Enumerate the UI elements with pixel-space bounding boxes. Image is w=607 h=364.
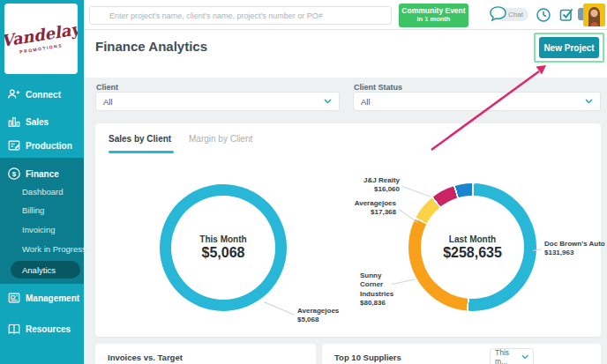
top-bar: Community Event in 1 month Chat 0 [84,0,607,30]
segment-value: $131,963 [544,249,605,257]
chat-bubble-icon[interactable] [489,5,507,22]
segment-value: $17,368 [352,208,396,217]
tab-margin-by-client[interactable]: Margin by Client [189,134,252,144]
suppliers-card-title: Top 10 Suppliers [334,353,401,362]
segment-value: $16,060 [356,185,400,194]
segment-name: Averagejoes [352,199,396,208]
book-icon [7,322,21,336]
chevron-down-icon [521,354,528,360]
sidebar-subitem-analytics-active[interactable]: Analytics [11,261,80,279]
client-filter-value: All [103,97,113,107]
sidebar-label: Production [26,141,72,151]
segment-name: Sunny Corner Industries [360,271,404,299]
svg-text:$: $ [12,170,17,178]
donut-center-value: $258,635 [443,245,502,261]
donut-center: This Month $5,068 [171,196,275,300]
community-event-button[interactable]: Community Event in 1 month [399,4,468,27]
sidebar-subitem-work-in-progress[interactable]: Work in Progress [22,244,86,254]
sidebar-item-finance[interactable]: $ Finance [0,164,84,183]
segment-label-averagejoes-this-month: Averagejoes $5,068 [297,307,339,325]
chevron-down-icon [585,99,593,104]
segment-label-jj-realty: J&J Realty $16,060 [356,176,400,195]
sidebar-label: Connect [26,90,61,100]
active-tab-underline [109,151,174,153]
sidebar-item-sales[interactable]: Sales [0,112,84,131]
sidebar-item-connect[interactable]: Connect [0,85,84,104]
sales-by-client-card: Sales by Client Margin by Client This Mo… [95,123,601,337]
donut-center-label: Last Month [449,234,496,244]
tasks-checkbox-icon[interactable] [559,7,574,22]
document-edit-icon [7,138,21,152]
sidebar-subitem-billing[interactable]: Billing [22,205,44,215]
sidebar-label: Analytics [22,265,56,275]
segment-name: Averagejoes [297,307,339,316]
event-button-line2: in 1 month [399,16,468,24]
segment-label-averagejoes-last-month: Averagejoes $17,368 [352,199,396,218]
client-filter-label: Client [96,83,118,92]
page-title: Finance Analytics [95,39,207,54]
people-icon [7,87,21,101]
this-month-donut-chart[interactable]: This Month $5,068 [160,184,287,311]
donut-center-value: $5,068 [202,245,245,261]
new-project-button[interactable]: New Project [539,37,599,58]
sidebar-subitem-invoicing[interactable]: Invoicing [22,225,56,234]
recent-activity-clock-icon[interactable] [536,7,551,23]
page-header [84,30,607,78]
bar-chart-icon [7,115,21,129]
last-month-donut-chart[interactable]: Last Month $258,635 [408,183,536,311]
sidebar-item-management[interactable]: Management [0,288,84,308]
donut-center: Last Month $258,635 [421,196,524,299]
invoices-card-title: Invoices vs. Target [108,353,183,362]
company-logo[interactable]: Vandelay PROMOTIONS [4,4,78,74]
donut-center-label: This Month [199,234,246,244]
newspaper-icon [7,291,21,305]
period-value: This m... [495,348,521,364]
sidebar-label: Resources [26,324,71,334]
sidebar-subitem-dashboard[interactable]: Dashboard [22,187,63,197]
dollar-circle-icon: $ [7,167,21,181]
suppliers-period-select[interactable]: This m... [490,348,534,364]
app-window: Vandelay PROMOTIONS Connect Sales [0,0,607,364]
tab-sales-by-client[interactable]: Sales by Client [109,134,171,144]
top-10-suppliers-card: Top 10 Suppliers This m... [322,344,601,364]
segment-label-doc-browns-auto: Doc Brown's Auto $131,963 [544,240,605,258]
client-status-filter-select[interactable]: All [353,92,601,111]
segment-name: J&J Realty [356,176,400,185]
chevron-down-icon [324,99,332,104]
segment-value: $80,836 [360,299,404,308]
sidebar-label: Sales [26,117,49,127]
sidebar-item-resources[interactable]: Resources [0,319,84,338]
sidebar-item-production[interactable]: Production [0,136,84,155]
logo-wordmark: Vandelay [4,21,78,49]
client-filter-select[interactable]: All [95,92,340,111]
user-avatar[interactable] [583,4,605,26]
global-search-input[interactable] [89,6,392,25]
sidebar-label: Finance [26,169,59,179]
sidebar-label: Management [26,293,79,303]
segment-name: Doc Brown's Auto [544,240,605,249]
invoices-vs-target-card: Invoices vs. Target [95,344,316,364]
client-status-filter-value: All [361,97,371,107]
avatar-image [583,4,605,26]
sidebar: Vandelay PROMOTIONS Connect Sales [0,0,84,364]
segment-label-sunny-corner: Sunny Corner Industries $80,836 [360,271,404,308]
annotation-highlight-box: New Project [534,33,604,63]
segment-value: $5,068 [297,316,339,324]
client-status-filter-label: Client Status [354,83,402,92]
